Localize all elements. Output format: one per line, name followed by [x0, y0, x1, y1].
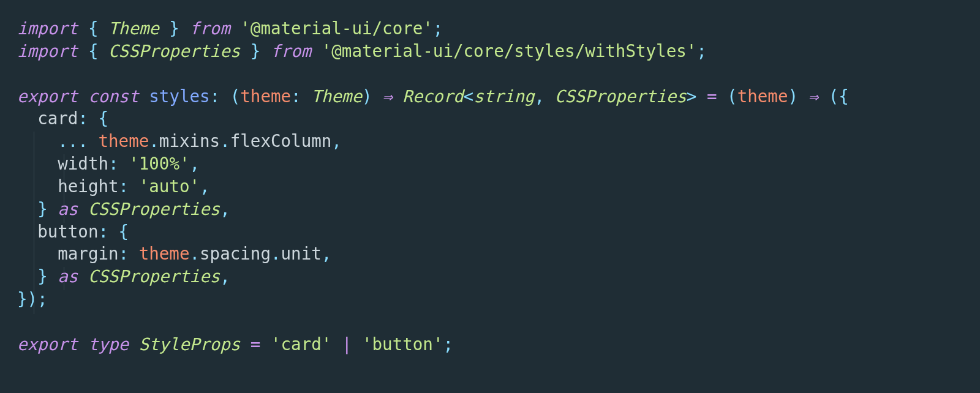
code-block: import { Theme } from '@material-ui/core… — [0, 0, 980, 373]
code-content: import { Theme } from '@material-ui/core… — [17, 18, 849, 354]
